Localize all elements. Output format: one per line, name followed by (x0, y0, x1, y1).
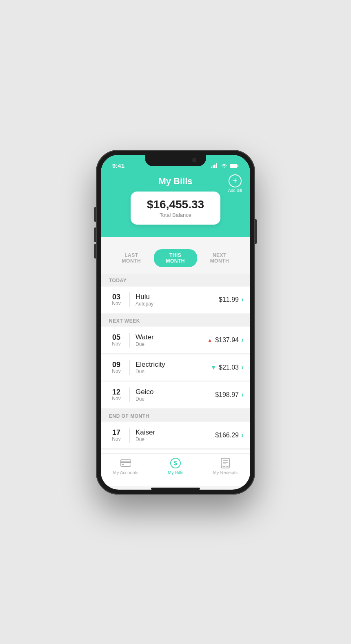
nav-item-receipts[interactable]: My Receipts (211, 458, 240, 475)
bill-month: Nov (112, 368, 120, 374)
signal-icon (211, 163, 218, 168)
svg-rect-5 (238, 165, 239, 167)
nav-item-bills[interactable]: $ My Bills (161, 458, 190, 475)
home-indicator (151, 488, 200, 490)
bill-name: Geico (136, 388, 215, 396)
this-month-tab[interactable]: THIS MONTH (154, 249, 197, 267)
bill-info-hulu: Hulu Autopay (136, 293, 219, 307)
section-next-week: NEXT WEEK (101, 314, 250, 326)
bill-date-kaiser: 17 Nov (107, 429, 125, 442)
svg-rect-3 (216, 163, 217, 168)
divider (129, 388, 130, 402)
bill-name: Electricity (136, 361, 211, 369)
status-icons (211, 163, 239, 168)
nav-label-accounts: My Accounts (113, 470, 138, 475)
chevron-right-icon: › (241, 431, 244, 439)
bottom-nav: My Accounts $ My Bills (101, 453, 250, 486)
header: My Bills + Add Bill $16,455.33 Total Bal… (101, 173, 250, 237)
phone-frame: 9:41 (96, 150, 255, 495)
bill-status: Autopay (136, 301, 219, 307)
bill-month: Nov (112, 436, 120, 442)
notch (145, 155, 206, 166)
chevron-right-icon: › (241, 363, 244, 372)
trend-down-icon: ▼ (211, 364, 216, 371)
bill-name: Hulu (136, 293, 219, 301)
bill-status: Due (136, 396, 215, 402)
bill-month: Nov (112, 396, 120, 401)
chevron-right-icon: › (241, 336, 244, 344)
bill-amount-wrap: $166.29 › (215, 431, 244, 439)
last-month-tab[interactable]: LAST MONTH (109, 249, 154, 267)
accounts-icon (120, 458, 131, 468)
bill-item-hulu[interactable]: 03 Nov Hulu Autopay $11.99 › (101, 287, 250, 313)
bill-item-water[interactable]: 05 Nov Water Due ▲ $137.94 › (101, 327, 250, 354)
svg-rect-0 (211, 167, 212, 168)
bill-list: TODAY 03 Nov Hulu Autopay $11.99 › NEXT … (101, 274, 250, 453)
bill-info-water: Water Due (136, 333, 207, 347)
svg-rect-1 (213, 165, 214, 168)
bill-status: Due (136, 369, 211, 374)
bill-amount: $166.29 (215, 432, 239, 439)
bill-day: 03 (112, 293, 120, 301)
bill-item-mortgage[interactable]: 30 Nov Mortgage Due $1,030.00 › (101, 450, 250, 453)
section-end-of-month: END OF MONTH (101, 409, 250, 421)
phone-screen: 9:41 (101, 155, 250, 490)
chevron-right-icon: › (241, 295, 244, 304)
bill-item-kaiser[interactable]: 17 Nov Kaiser Due $166.29 › (101, 422, 250, 449)
svg-rect-8 (122, 464, 124, 465)
divider (129, 360, 130, 375)
bill-name: Kaiser (136, 428, 215, 437)
bill-item-electricity[interactable]: 09 Nov Electricity Due ▼ $21.03 › (101, 354, 250, 381)
add-bill-label: Add Bill (228, 188, 242, 193)
nav-label-receipts: My Receipts (213, 470, 238, 475)
bill-amount-wrap: $198.97 › (215, 390, 244, 399)
wifi-icon (221, 163, 227, 168)
bill-month: Nov (112, 301, 120, 306)
bill-amount-wrap: $11.99 › (219, 295, 244, 304)
add-bill-icon: + (229, 174, 242, 187)
bill-day: 09 (112, 361, 120, 368)
divider (129, 292, 130, 307)
svg-text:$: $ (174, 460, 177, 466)
svg-rect-2 (214, 165, 215, 168)
divider (129, 428, 130, 443)
bill-info-geico: Geico Due (136, 388, 215, 402)
receipts-icon (220, 458, 231, 468)
add-bill-button[interactable]: + Add Bill (228, 174, 242, 193)
nav-label-bills: My Bills (168, 470, 183, 475)
svg-rect-4 (230, 164, 237, 168)
status-time: 9:41 (112, 162, 124, 169)
bill-day: 12 (112, 388, 120, 396)
month-tabs: LAST MONTH THIS MONTH NEXT MONTH (101, 237, 250, 274)
bill-name: Water (136, 333, 207, 341)
section-today: TODAY (101, 274, 250, 286)
balance-amount: $16,455.33 (147, 198, 204, 211)
chevron-right-icon: › (241, 390, 244, 399)
balance-card: $16,455.33 Total Balance (131, 192, 220, 225)
bill-status: Due (136, 341, 207, 347)
bill-day: 17 (112, 429, 120, 436)
page-title: My Bills (158, 176, 192, 187)
bill-amount: $137.94 (215, 336, 239, 344)
bill-date-hulu: 03 Nov (107, 293, 125, 306)
camera-dot (192, 158, 196, 162)
bill-amount-wrap: ▼ $21.03 › (211, 363, 244, 372)
bill-amount-wrap: ▲ $137.94 › (207, 336, 244, 344)
bill-amount: $198.97 (215, 391, 239, 399)
bill-amount: $21.03 (219, 364, 239, 371)
divider (129, 333, 130, 348)
battery-icon (230, 163, 239, 168)
bill-info-kaiser: Kaiser Due (136, 428, 215, 442)
next-month-tab[interactable]: NEXT MONTH (197, 249, 242, 267)
bill-item-geico[interactable]: 12 Nov Geico Due $198.97 › (101, 382, 250, 408)
bill-date-water: 05 Nov (107, 334, 125, 347)
bill-day: 05 (112, 334, 120, 341)
balance-label: Total Balance (147, 212, 204, 218)
nav-item-accounts[interactable]: My Accounts (111, 458, 140, 475)
bill-amount: $11.99 (219, 296, 239, 303)
svg-rect-7 (120, 461, 131, 463)
trend-up-icon: ▲ (207, 337, 213, 343)
bill-month: Nov (112, 341, 120, 347)
bill-status: Due (136, 437, 215, 442)
bill-date-electricity: 09 Nov (107, 361, 125, 374)
